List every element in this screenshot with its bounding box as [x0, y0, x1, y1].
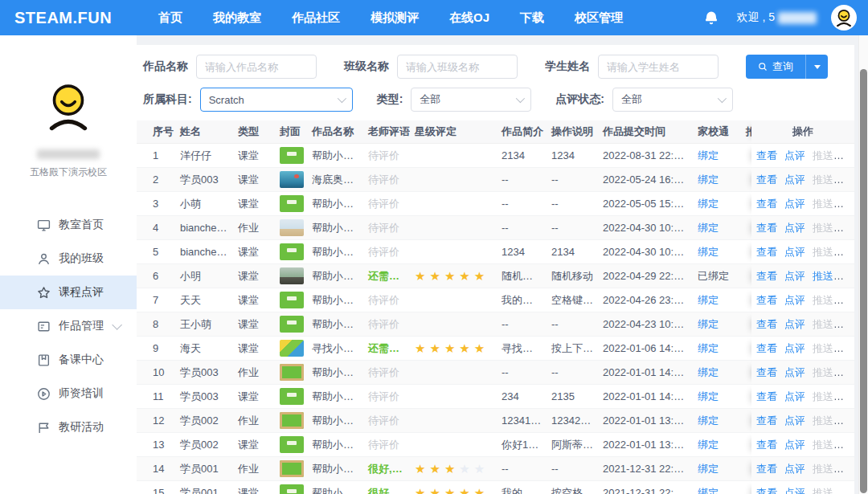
- action-view[interactable]: 查看: [756, 487, 777, 494]
- bind-link[interactable]: 绑定: [698, 149, 719, 161]
- work-title-cell: 帮助小动物: [307, 312, 363, 337]
- nav-item-my-classroom[interactable]: 我的教室: [198, 0, 276, 35]
- work-cover-thumbnail[interactable]: [280, 195, 304, 212]
- action-view[interactable]: 查看: [756, 174, 777, 186]
- row-actions-cell: 查看点评推送海报: [751, 457, 854, 481]
- work-intro-cell: 我的作品: [497, 288, 547, 312]
- bell-icon[interactable]: [703, 10, 719, 26]
- action-view[interactable]: 查看: [756, 270, 777, 282]
- work-cover-thumbnail[interactable]: [280, 267, 304, 284]
- bind-link[interactable]: 绑定: [698, 414, 719, 427]
- submit-time-cell: 2022-08-31 22:08:18: [598, 144, 693, 168]
- bind-link[interactable]: 绑定: [698, 463, 719, 475]
- class-name-input[interactable]: [397, 55, 518, 79]
- student-name-input[interactable]: [598, 55, 719, 79]
- action-review[interactable]: 点评: [784, 342, 805, 354]
- star-icon: ★: [415, 269, 425, 283]
- work-cover-thumbnail[interactable]: [280, 219, 304, 236]
- table-row: 15 学员001 课堂 帮助小动物 很好,值… ★★★★★ 我的课堂作品 按空格…: [137, 481, 854, 494]
- action-review[interactable]: 点评: [784, 366, 805, 378]
- row-index-cell: 3: [137, 192, 175, 216]
- bind-link[interactable]: 绑定: [698, 294, 719, 306]
- sidebar-item-lesson-prep[interactable]: 备课中心: [0, 343, 137, 377]
- work-cover-thumbnail[interactable]: [280, 243, 304, 260]
- work-cover-thumbnail[interactable]: [280, 484, 304, 494]
- action-view[interactable]: 查看: [756, 149, 777, 161]
- nav-item-works-community[interactable]: 作品社区: [276, 0, 355, 35]
- sidebar-item-teacher-training[interactable]: 师资培训: [0, 377, 137, 410]
- action-review[interactable]: 点评: [784, 222, 805, 234]
- action-review[interactable]: 点评: [784, 270, 805, 282]
- work-cover-thumbnail[interactable]: [280, 171, 304, 188]
- bind-link[interactable]: 绑定: [698, 198, 719, 210]
- teacher-comment-cell: 很好,值…: [363, 457, 410, 481]
- action-review[interactable]: 点评: [784, 198, 805, 210]
- bind-link[interactable]: 绑定: [698, 222, 719, 234]
- sidebar-item-classroom-home[interactable]: 教室首页: [0, 208, 137, 242]
- action-view[interactable]: 查看: [756, 390, 777, 402]
- student-name-cell: 小明: [175, 264, 233, 288]
- sidebar-item-my-classes[interactable]: 我的班级: [0, 242, 137, 276]
- work-cover-thumbnail[interactable]: [280, 340, 304, 357]
- action-view[interactable]: 查看: [756, 439, 777, 451]
- work-cover-thumbnail[interactable]: [280, 147, 304, 164]
- vertical-scrollbar-thumb[interactable]: [860, 69, 867, 493]
- work-name-input[interactable]: [196, 55, 317, 79]
- work-cover-thumbnail[interactable]: [280, 292, 304, 308]
- action-push[interactable]: 推送: [813, 270, 833, 282]
- action-review[interactable]: 点评: [784, 294, 805, 306]
- action-review[interactable]: 点评: [784, 149, 805, 161]
- action-view[interactable]: 查看: [756, 318, 777, 330]
- action-review[interactable]: 点评: [784, 463, 805, 475]
- bind-link[interactable]: 绑定: [698, 342, 719, 354]
- nav-item-home[interactable]: 首页: [143, 0, 198, 35]
- sidebar-item-teaching-research[interactable]: 教研活动: [0, 410, 137, 444]
- work-cover-thumbnail[interactable]: [280, 364, 304, 381]
- action-review[interactable]: 点评: [784, 390, 805, 402]
- work-cover-thumbnail[interactable]: [280, 412, 304, 429]
- bind-link[interactable]: 绑定: [698, 439, 719, 451]
- bind-link[interactable]: 绑定: [698, 366, 719, 378]
- bind-link[interactable]: 绑定: [698, 246, 719, 258]
- work-cover-thumbnail[interactable]: [280, 460, 304, 477]
- action-view[interactable]: 查看: [756, 463, 777, 475]
- subject-select[interactable]: Scratch: [200, 88, 353, 112]
- bind-link[interactable]: 绑定: [698, 487, 719, 494]
- star-icon: ★: [415, 462, 425, 476]
- action-view[interactable]: 查看: [756, 222, 777, 234]
- action-review[interactable]: 点评: [784, 414, 805, 427]
- user-avatar[interactable]: [831, 5, 857, 31]
- work-cover-thumbnail[interactable]: [280, 388, 304, 405]
- action-view[interactable]: 查看: [756, 342, 777, 354]
- action-view[interactable]: 查看: [756, 198, 777, 210]
- teacher-comment-cell: 还需要…: [363, 264, 410, 288]
- action-review[interactable]: 点评: [784, 318, 805, 330]
- action-review[interactable]: 点评: [784, 174, 805, 186]
- nav-item-mock-eval[interactable]: 模拟测评: [355, 0, 434, 35]
- teacher-comment-cell: 还需要…: [363, 337, 410, 361]
- nav-item-online-oj[interactable]: 在线OJ: [434, 0, 505, 35]
- bind-link[interactable]: 绑定: [698, 390, 719, 402]
- search-button[interactable]: 查询: [746, 55, 805, 79]
- bind-link[interactable]: 绑定: [698, 318, 719, 330]
- sidebar-item-label: 作品管理: [59, 319, 104, 333]
- action-view[interactable]: 查看: [756, 294, 777, 306]
- search-dropdown-toggle[interactable]: [805, 55, 828, 79]
- action-review[interactable]: 点评: [784, 246, 805, 258]
- action-view[interactable]: 查看: [756, 246, 777, 258]
- work-cover-thumbnail[interactable]: [280, 436, 304, 453]
- bind-link[interactable]: 绑定: [698, 174, 719, 186]
- review-status-select[interactable]: 全部: [612, 88, 733, 112]
- bound-status: 已绑定: [698, 270, 729, 282]
- app-logo[interactable]: STEAM.FUN: [14, 9, 143, 27]
- action-view[interactable]: 查看: [756, 414, 777, 427]
- action-view[interactable]: 查看: [756, 366, 777, 378]
- action-review[interactable]: 点评: [784, 439, 805, 451]
- action-review[interactable]: 点评: [784, 487, 805, 494]
- nav-item-campus-mgmt[interactable]: 校区管理: [559, 0, 638, 35]
- work-cover-thumbnail[interactable]: [280, 316, 304, 333]
- type-select[interactable]: 全部: [411, 88, 531, 112]
- nav-item-download[interactable]: 下载: [505, 0, 559, 35]
- sidebar-item-works-mgmt[interactable]: 作品管理: [0, 309, 137, 343]
- sidebar-item-course-review[interactable]: 课程点评: [0, 276, 137, 309]
